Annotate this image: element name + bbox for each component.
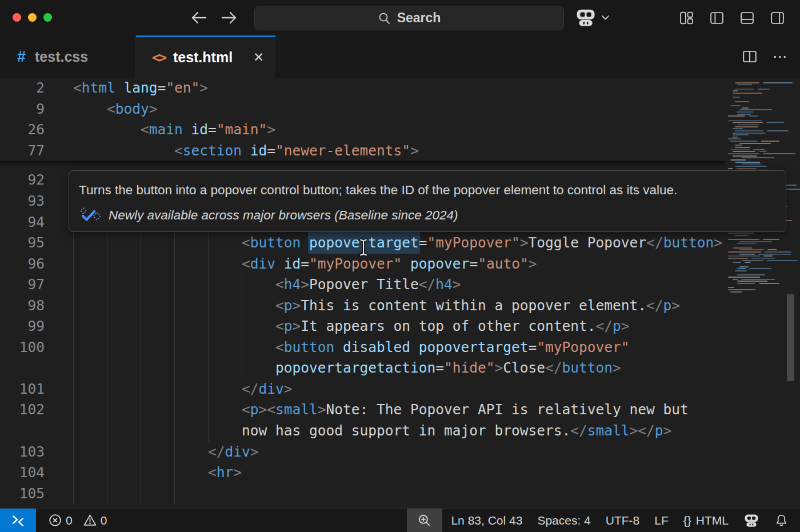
problems-indicator[interactable]: 0 0: [41, 509, 114, 532]
copilot-icon: [575, 7, 597, 29]
search-placeholder: Search: [397, 10, 441, 26]
customize-layout-icon[interactable]: [678, 9, 695, 26]
code-row[interactable]: 104<hr>: [0, 462, 725, 483]
copilot-icon: [743, 513, 759, 529]
minimap-line: [733, 90, 738, 91]
minimap-line: [767, 260, 798, 261]
sticky-scroll[interactable]: 2<html lang="en">9<body>26<main id="main…: [0, 78, 725, 161]
toggle-secondary-sidebar-icon[interactable]: [769, 9, 786, 26]
minimap-line: [742, 107, 749, 109]
toggle-primary-sidebar-icon[interactable]: [708, 9, 725, 26]
split-editor-icon[interactable]: [742, 49, 758, 65]
minimap-line: [735, 166, 767, 167]
search-input[interactable]: Search: [254, 6, 564, 30]
maximize-window-button[interactable]: [43, 13, 52, 22]
more-actions-icon[interactable]: ⋯: [773, 48, 789, 66]
error-count: 0: [66, 514, 73, 527]
search-icon: [378, 11, 391, 25]
close-window-button[interactable]: [13, 13, 21, 22]
close-tab-icon[interactable]: ✕: [251, 49, 266, 66]
tab-test-html[interactable]: <> test.html ✕: [136, 35, 275, 78]
hover-tooltip: Turns the button into a popover control …: [69, 170, 786, 232]
line-number: 102: [0, 399, 45, 421]
code-row[interactable]: now has good support in major browsers.<…: [0, 421, 725, 442]
minimap-line: [735, 270, 747, 271]
minimap-line: [759, 151, 767, 152]
tooltip-baseline-text: Newly available across major browsers (B…: [109, 208, 458, 223]
indentation-setting[interactable]: Spaces: 4: [530, 509, 598, 532]
code-row[interactable]: 101</div>: [0, 379, 725, 400]
code-row[interactable]: 105: [0, 483, 725, 505]
remote-indicator[interactable]: [0, 509, 36, 532]
minimap-line: [737, 168, 757, 169]
minimap-line: [728, 168, 733, 169]
forward-arrow-icon[interactable]: [219, 8, 239, 27]
code-row[interactable]: 103</div>: [0, 442, 725, 463]
minimap-line: [739, 241, 772, 242]
minimap-line: [758, 254, 791, 255]
tab-test-css[interactable]: # test.css: [0, 35, 136, 78]
line-number: 95: [0, 233, 45, 254]
code-row[interactable]: 98<p>This is content within a popover el…: [0, 295, 725, 317]
toggle-panel-icon[interactable]: [738, 9, 755, 26]
copilot-menu-button[interactable]: [575, 7, 610, 29]
code-row[interactable]: 9<body>: [0, 99, 725, 120]
minimap-line: [737, 281, 767, 282]
minimap-line: [735, 147, 750, 148]
minimap[interactable]: [726, 80, 781, 508]
minimap-line: [728, 255, 760, 257]
minimap-line: [763, 82, 793, 83]
minimap-line: [733, 128, 743, 129]
text-cursor-pointer: [358, 238, 369, 260]
html-file-icon: <>: [152, 50, 165, 66]
code-editor[interactable]: 92939495<button popovertarget="myPopover…: [0, 78, 800, 508]
minimap-line: [733, 134, 749, 135]
minimap-line: [733, 279, 738, 280]
line-number: 77: [0, 141, 45, 162]
minimap-line: [730, 141, 758, 142]
minimap-line: [728, 287, 734, 288]
code-row[interactable]: 102<p><small>Note: The Popover API is re…: [0, 399, 725, 421]
minimize-window-button[interactable]: [28, 13, 37, 22]
minimap-line: [735, 162, 760, 163]
minimap-line: [737, 243, 757, 244]
minimap-line: [735, 101, 749, 102]
code-row[interactable]: 97<h4>Popover Title</h4>: [0, 274, 725, 295]
back-arrow-icon[interactable]: [189, 8, 209, 27]
minimap-line: [759, 283, 779, 284]
code-row[interactable]: 77<section id="newer-elements">: [0, 141, 725, 162]
zoom-status-button[interactable]: [407, 509, 442, 532]
code-row[interactable]: 2<html lang="en">: [0, 78, 725, 99]
line-number: 2: [0, 78, 45, 99]
minimap-line: [728, 115, 745, 117]
minimap-line: [751, 258, 775, 259]
cursor-position[interactable]: Ln 83, Col 43: [443, 509, 530, 532]
language-mode[interactable]: {} HTML: [676, 509, 736, 532]
minimap-line: [737, 268, 746, 269]
copilot-status-button[interactable]: [736, 509, 767, 532]
minimap-line: [739, 266, 749, 267]
minimap-line: [735, 82, 759, 83]
line-number: 92: [0, 170, 45, 191]
minimap-line: [737, 84, 752, 85]
notifications-bell-button[interactable]: [767, 509, 800, 532]
minimap-line: [728, 251, 761, 253]
minimap-line: [761, 141, 779, 142]
minimap-line: [742, 163, 761, 165]
code-row[interactable]: 100<button disabled popovertarget="myPop…: [0, 337, 725, 358]
eol-setting[interactable]: LF: [647, 509, 676, 532]
css-file-icon: #: [17, 48, 26, 66]
editor-scrollbar[interactable]: [787, 294, 794, 381]
code-row[interactable]: popovertargetaction="hide">Close</button…: [0, 358, 725, 379]
minimap-line: [733, 137, 738, 138]
line-number: 105: [0, 483, 45, 505]
line-number: 96: [0, 254, 45, 275]
code-row[interactable]: 26<main id="main">: [0, 119, 725, 141]
encoding-setting[interactable]: UTF-8: [598, 509, 647, 532]
minimap-line: [767, 249, 777, 250]
minimap-line: [733, 97, 740, 98]
minimap-line: [739, 109, 772, 110]
tooltip-description: Turns the button into a popover control …: [79, 181, 776, 200]
code-row[interactable]: 99<p>It appears on top of other content.…: [0, 316, 725, 337]
line-number: 97: [0, 274, 45, 295]
